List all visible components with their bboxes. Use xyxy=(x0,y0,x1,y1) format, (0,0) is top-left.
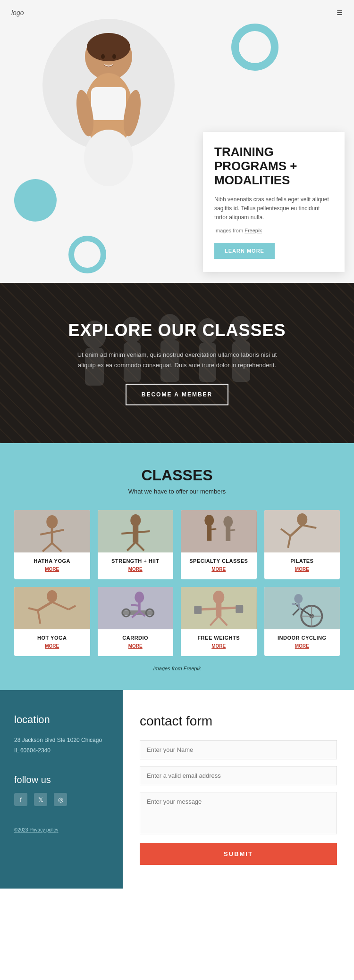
hatha-yoga-image xyxy=(14,510,90,552)
class-card-specialty: SPECIALTY CLASSES MORE xyxy=(181,510,257,579)
free-weights-name: FREE WEIGHTS xyxy=(181,635,257,641)
location-title: location xyxy=(14,714,109,726)
submit-button[interactable]: SUBMIT xyxy=(140,843,337,865)
classes-subtitle: What we have to offer our members xyxy=(14,488,340,495)
indoor-cycling-image xyxy=(264,587,340,629)
header: logo ≡ xyxy=(0,0,354,25)
hot-yoga-more[interactable]: MORE xyxy=(14,643,90,649)
classes-grid: HATHA YOGA MORE STRENGTH + HIIT MORE xyxy=(14,510,340,656)
instagram-icon[interactable]: ◎ xyxy=(54,793,67,806)
svg-point-26 xyxy=(130,514,141,527)
svg-point-7 xyxy=(101,54,105,59)
svg-line-78 xyxy=(292,604,298,605)
hamburger-menu-icon[interactable]: ≡ xyxy=(337,7,343,19)
hatha-yoga-name: HATHA YOGA xyxy=(14,558,90,564)
svg-point-61 xyxy=(213,591,224,604)
social-icons: f 𝕏 ◎ xyxy=(14,793,109,806)
strength-hiit-image xyxy=(98,510,174,552)
svg-point-8 xyxy=(112,54,116,59)
contact-column: contact form SUBMIT xyxy=(123,690,354,889)
email-input[interactable] xyxy=(140,766,337,785)
free-weights-image xyxy=(181,587,257,629)
svg-point-32 xyxy=(204,515,214,526)
contact-form: SUBMIT xyxy=(140,740,337,865)
hatha-yoga-more[interactable]: MORE xyxy=(14,567,90,572)
cardio-svg xyxy=(98,587,174,629)
freepik-link[interactable]: Freepik xyxy=(244,228,262,233)
class-card-indoor-cycling: INDOOR CYCLING MORE xyxy=(264,587,340,656)
hero-description: Nibh venenatis cras sed felis eget velit… xyxy=(214,195,333,222)
explore-title: EXPLORE OUR CLASSES xyxy=(19,321,335,340)
svg-rect-35 xyxy=(226,527,230,541)
class-card-hot-yoga: HOT YOGA MORE xyxy=(14,587,90,656)
follow-us-title: follow us xyxy=(14,774,109,785)
svg-rect-27 xyxy=(133,526,138,543)
location-address: 28 Jackson Blvd Ste 1020 Chicago IL 6060… xyxy=(14,735,109,756)
bottom-section: location 28 Jackson Blvd Ste 1020 Chicag… xyxy=(0,690,354,889)
indoor-cycling-svg xyxy=(264,587,340,629)
hero-card: TRAINING PROGRAMS + MODALITIES Nibh vene… xyxy=(203,132,345,272)
svg-point-1 xyxy=(87,33,130,61)
svg-line-57 xyxy=(131,605,139,606)
specialty-name: SPECIALTY CLASSES xyxy=(181,558,257,564)
svg-point-6 xyxy=(84,130,133,186)
hero-images-from: Images from Freepik xyxy=(214,227,333,235)
svg-rect-51 xyxy=(98,587,173,629)
classes-title: CLASSES xyxy=(14,467,340,484)
hero-section: TRAINING PROGRAMS + MODALITIES Nibh vene… xyxy=(0,0,354,283)
svg-rect-33 xyxy=(207,526,211,541)
indoor-cycling-more[interactable]: MORE xyxy=(264,643,340,649)
svg-rect-64 xyxy=(194,606,202,614)
classes-freepik-link[interactable]: Freepik xyxy=(184,666,201,671)
class-card-cardio: CARRDIO MORE xyxy=(98,587,174,656)
privacy-link[interactable]: ©2023 Privacy policy xyxy=(14,827,59,832)
indoor-cycling-name: INDOOR CYCLING xyxy=(264,635,340,641)
svg-line-36 xyxy=(207,529,216,530)
svg-line-37 xyxy=(226,530,235,531)
contact-title: contact form xyxy=(140,714,337,729)
class-card-free-weights: FREE WEIGHTS MORE xyxy=(181,587,257,656)
cardio-more[interactable]: MORE xyxy=(98,643,174,649)
strength-hiit-name: STRENGTH + HIIT xyxy=(98,558,174,564)
facebook-icon[interactable]: f xyxy=(14,793,27,806)
svg-rect-31 xyxy=(181,510,256,552)
cardio-name: CARRDIO xyxy=(98,635,174,641)
location-column: location 28 Jackson Blvd Ste 1020 Chicag… xyxy=(0,690,123,889)
hero-circle-teal-ring-top xyxy=(231,24,278,71)
specialty-svg xyxy=(181,510,257,552)
svg-rect-65 xyxy=(236,605,243,613)
classes-images-from: Images from Freepik xyxy=(14,666,340,671)
hot-yoga-image xyxy=(14,587,90,629)
strength-svg xyxy=(98,510,174,552)
free-weights-more[interactable]: MORE xyxy=(181,643,257,649)
class-card-hatha-yoga: HATHA YOGA MORE xyxy=(14,510,90,579)
class-card-pilates: PILATES MORE xyxy=(264,510,340,579)
become-member-button[interactable]: BECOME A MEMBER xyxy=(126,384,228,405)
strength-hiit-more[interactable]: MORE xyxy=(98,567,174,572)
specialty-image xyxy=(181,510,257,552)
svg-rect-3 xyxy=(91,87,126,120)
svg-point-55 xyxy=(135,592,144,603)
hero-title: TRAINING PROGRAMS + MODALITIES xyxy=(214,145,333,188)
twitter-icon[interactable]: 𝕏 xyxy=(34,793,47,806)
name-input[interactable] xyxy=(140,740,337,759)
pilates-image xyxy=(264,510,340,552)
pilates-svg xyxy=(264,510,340,552)
svg-point-20 xyxy=(46,515,58,528)
svg-point-34 xyxy=(223,516,233,527)
pilates-name: PILATES xyxy=(264,558,340,564)
hero-circle-teal-ring-bottom xyxy=(68,236,106,273)
svg-rect-68 xyxy=(264,587,340,629)
hatha-yoga-svg xyxy=(14,510,90,552)
message-input[interactable] xyxy=(140,792,337,834)
svg-rect-62 xyxy=(216,603,221,617)
hot-yoga-svg xyxy=(14,587,90,629)
learn-more-button[interactable]: LEARN MORE xyxy=(214,243,275,259)
explore-section: EXPLORE OUR CLASSES Ut enim ad minim ven… xyxy=(0,283,354,443)
class-card-strength-hiit: STRENGTH + HIIT MORE xyxy=(98,510,174,579)
logo: logo xyxy=(11,9,24,16)
pilates-more[interactable]: MORE xyxy=(264,567,340,572)
svg-point-76 xyxy=(294,594,303,603)
specialty-more[interactable]: MORE xyxy=(181,567,257,572)
free-weights-svg xyxy=(181,587,257,629)
